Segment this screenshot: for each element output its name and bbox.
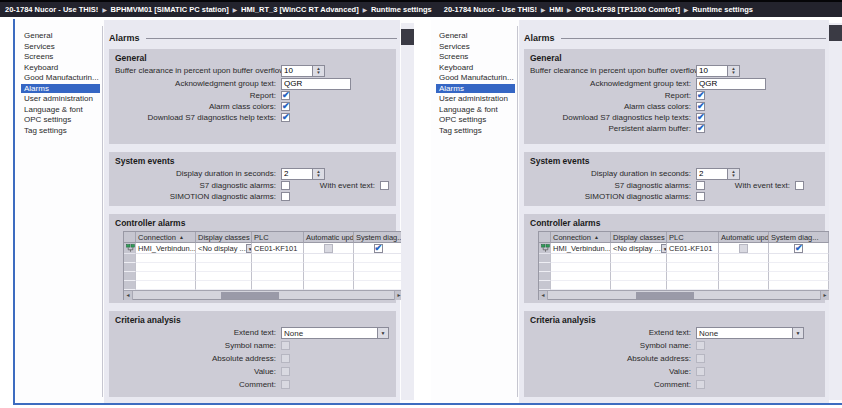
sidebar-item-screens[interactable]: Screens [436,52,515,61]
report-checkbox[interactable] [696,91,705,100]
column-header-system-diag[interactable]: System diag... [769,232,829,243]
sidebar-item-keyboard[interactable]: Keyboard [436,63,515,72]
table-row-empty[interactable] [539,272,829,281]
breadcrumb-item[interactable]: Runtime settings [371,5,432,14]
ack-group-input[interactable] [281,78,351,90]
table-row-empty[interactable] [124,281,403,290]
sidebar-item-tag-settings[interactable]: Tag settings [21,126,100,135]
s7-diagnostic-checkbox[interactable] [281,181,290,190]
horizontal-scrollbar[interactable] [124,290,403,299]
sidebar-item-opc-settings[interactable]: OPC settings [436,115,515,124]
column-header-system-diag[interactable]: System diag... [354,232,403,243]
sidebar-item-opc-settings[interactable]: OPC settings [21,115,100,124]
sidebar-item-screens[interactable]: Screens [21,52,100,61]
column-header-automatic-update[interactable]: Automatic upd... [304,232,354,243]
row-selector-cell[interactable] [539,243,551,254]
breadcrumb-item[interactable]: 20-1784 Nucor - Use THIS! [444,5,537,14]
dropdown-arrow-icon[interactable] [377,327,389,339]
with-event-text-checkbox[interactable] [795,181,804,190]
spin-down-icon[interactable] [731,174,735,178]
sidebar-item-tag-settings[interactable]: Tag settings [436,126,515,135]
persistent-alarm-buffer-checkbox[interactable] [696,124,705,133]
horizontal-scrollbar[interactable] [539,290,829,299]
scrollbar-thumb[interactable] [221,292,279,299]
buffer-clearance-input[interactable] [281,65,313,77]
spin-down-icon[interactable] [731,71,735,75]
simotion-diagnostic-checkbox[interactable] [281,192,290,201]
table-row[interactable]: HMI_Verbindun... <No display ... CE01-KF… [539,243,829,254]
s7-diagnostic-checkbox[interactable] [696,181,705,190]
system-diag-checkbox[interactable] [794,244,803,253]
table-row-empty[interactable] [539,254,829,263]
alarm-class-colors-checkbox[interactable] [281,102,290,111]
table-row-empty[interactable] [124,254,403,263]
dropdown-arrow-icon[interactable] [792,327,804,339]
breadcrumb-item[interactable]: BPHMVM01 [SIMATIC PC station] [111,5,229,14]
scroll-left-icon[interactable] [539,291,548,300]
extend-text-select[interactable]: None [696,327,804,339]
table-row-empty[interactable] [539,263,829,272]
breadcrumb-item[interactable]: 20-1784 Nucor - Use THIS! [5,5,98,14]
vertical-scrollbar[interactable] [829,23,842,400]
download-s7-help-checkbox[interactable] [696,113,705,122]
simotion-diagnostic-checkbox[interactable] [696,192,705,201]
spin-down-icon[interactable] [316,174,320,178]
report-checkbox[interactable] [281,91,290,100]
sidebar-item-user-administration[interactable]: User administration [436,94,515,103]
column-header-plc[interactable]: PLC [252,232,304,243]
connection-cell[interactable]: HMI_Verbindun... [136,243,196,254]
row-selector-header[interactable] [539,232,551,243]
ack-group-input[interactable] [696,78,766,90]
scroll-right-icon[interactable] [820,291,829,300]
system-diag-checkbox[interactable] [374,244,383,253]
table-row-empty[interactable] [124,263,403,272]
display-classes-cell[interactable]: <No display ... [611,243,667,254]
sidebar-item-services[interactable]: Services [436,42,515,51]
column-header-display-classes[interactable]: Display classes [196,232,252,243]
spinner-buttons[interactable] [728,65,740,77]
table-row-empty[interactable] [539,281,829,290]
sidebar-item-language-font[interactable]: Language & font [21,105,100,114]
sidebar-item-general[interactable]: General [436,31,515,40]
display-duration-input[interactable] [281,168,313,180]
display-classes-cell[interactable]: <No display ... [196,243,252,254]
download-s7-help-checkbox[interactable] [281,113,290,122]
scrollbar-thumb[interactable] [401,29,414,45]
sidebar-item-alarms[interactable]: Alarms [21,84,100,93]
row-selector-cell[interactable] [124,243,136,254]
plc-cell[interactable]: CE01-KF101 [667,243,719,254]
alarm-class-colors-checkbox[interactable] [696,102,705,111]
scroll-left-icon[interactable] [124,291,133,300]
sidebar-item-services[interactable]: Services [21,42,100,51]
spinner-buttons[interactable] [728,168,740,180]
column-header-connection[interactable]: Connection [136,232,196,243]
breadcrumb-item[interactable]: HMI [549,5,563,14]
sidebar-item-alarms[interactable]: Alarms [436,84,515,93]
breadcrumb-item[interactable]: HMI_RT_3 [WinCC RT Advanced] [241,5,359,14]
sidebar-item-user-administration[interactable]: User administration [21,94,100,103]
spinner-buttons[interactable] [313,65,325,77]
column-header-automatic-update[interactable]: Automatic upd... [719,232,769,243]
column-header-display-classes[interactable]: Display classes [611,232,667,243]
sidebar-item-general[interactable]: General [21,31,100,40]
vertical-scrollbar[interactable] [401,23,414,400]
scrollbar-thumb[interactable] [636,292,694,299]
spin-down-icon[interactable] [316,71,320,75]
breadcrumb-item[interactable]: OP01-KF98 [TP1200 Comfort] [575,5,680,14]
table-row-empty[interactable] [124,272,403,281]
sidebar-item-language-font[interactable]: Language & font [436,105,515,114]
breadcrumb-item[interactable]: Runtime settings [692,5,753,14]
sidebar-item-good-manufacturing[interactable]: Good Manufacturin... [21,73,100,82]
table-row[interactable]: HMI_Verbindun... <No display ... CE01-KF… [124,243,403,254]
connection-cell[interactable]: HMI_Verbindun... [551,243,611,254]
row-selector-header[interactable] [124,232,136,243]
with-event-text-checkbox[interactable] [380,181,389,190]
spinner-buttons[interactable] [313,168,325,180]
sidebar-item-keyboard[interactable]: Keyboard [21,63,100,72]
sidebar-item-good-manufacturing[interactable]: Good Manufacturin... [436,73,515,82]
column-header-connection[interactable]: Connection [551,232,611,243]
plc-cell[interactable]: CE01-KF101 [252,243,304,254]
display-duration-input[interactable] [696,168,728,180]
scrollbar-thumb[interactable] [829,25,842,41]
extend-text-select[interactable]: None [281,327,389,339]
